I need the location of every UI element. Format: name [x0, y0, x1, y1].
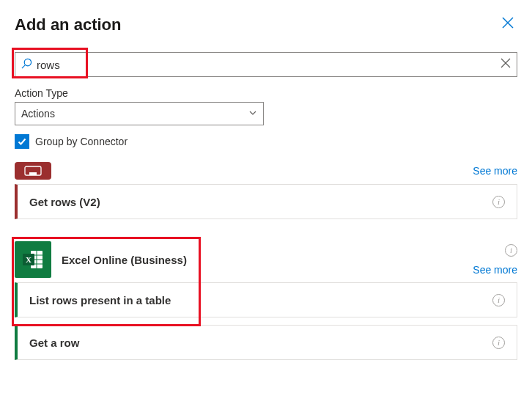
check-icon [17, 136, 27, 147]
info-icon[interactable]: i [492, 294, 505, 306]
chevron-down-icon [248, 107, 257, 120]
action-title: List rows present in a table [29, 294, 171, 306]
action-type-value: Actions [21, 108, 55, 120]
info-icon[interactable]: i [505, 244, 517, 257]
action-type-select[interactable]: Actions [15, 102, 264, 125]
search-input[interactable] [37, 59, 500, 71]
close-icon [501, 16, 514, 29]
action-title: Get rows (V2) [29, 196, 100, 208]
x-icon [500, 58, 511, 68]
group-by-connector-label: Group by Connector [35, 136, 128, 147]
action-list-rows-present[interactable]: List rows present in a table i [15, 282, 517, 317]
svg-point-2 [24, 59, 31, 65]
connector-icon-excel: X [15, 241, 51, 278]
action-type-label: Action Type [15, 87, 517, 99]
close-button[interactable] [498, 13, 517, 36]
connector-name-excel: Excel Online (Business) [62, 254, 187, 266]
search-field[interactable] [15, 52, 517, 77]
svg-rect-7 [29, 172, 37, 175]
action-title: Get a row [29, 337, 79, 349]
clear-search-button[interactable] [500, 58, 511, 71]
page-title: Add an action [15, 15, 121, 34]
svg-text:X: X [26, 255, 32, 264]
see-more-link[interactable]: See more [473, 165, 517, 177]
svg-line-3 [22, 65, 25, 68]
action-get-a-row[interactable]: Get a row i [15, 325, 517, 360]
see-more-link[interactable]: See more [473, 264, 517, 276]
group-by-connector-checkbox[interactable] [15, 134, 29, 149]
search-icon [21, 58, 32, 71]
info-icon[interactable]: i [492, 337, 505, 349]
action-get-rows-v2[interactable]: Get rows (V2) i [15, 184, 517, 219]
info-icon[interactable]: i [492, 196, 505, 208]
connector-icon-sql [15, 162, 51, 180]
